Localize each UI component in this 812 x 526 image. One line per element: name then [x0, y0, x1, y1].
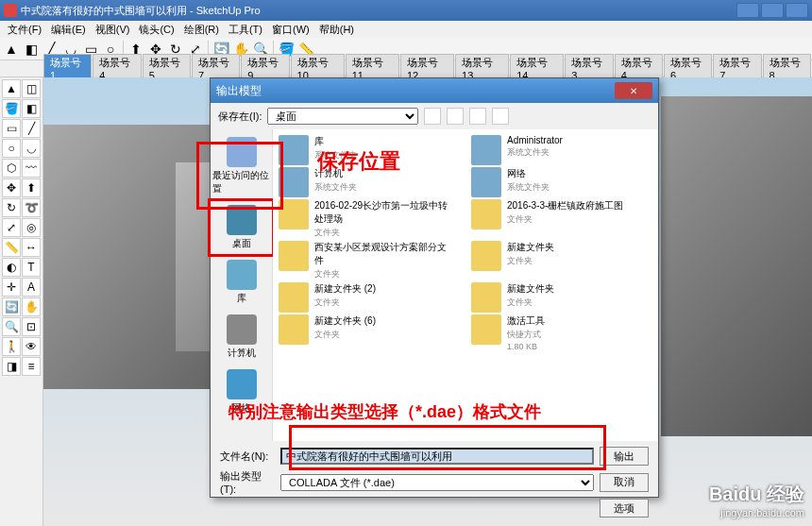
axes-icon[interactable]: ✛	[2, 278, 21, 297]
dialog-bottom: 文件名(N): 输出 输出类型(T): COLLADA 文件 (*.dae) 取…	[211, 441, 658, 526]
options-button[interactable]: 选项	[600, 499, 649, 518]
filename-label: 文件名(N):	[220, 450, 275, 464]
view-icon[interactable]	[492, 108, 509, 125]
place-network[interactable]: 网络	[211, 365, 272, 418]
polygon-icon[interactable]: ⬡	[2, 159, 21, 178]
component-icon[interactable]: ◫	[22, 79, 41, 98]
folder-icon	[279, 199, 309, 229]
maximize-button[interactable]	[761, 3, 784, 18]
arc-icon[interactable]: ◡	[22, 139, 41, 158]
app-title: 中式院落有很好的中式围墙可以利用 - SketchUp Pro	[21, 4, 261, 18]
back-icon[interactable]	[424, 108, 441, 125]
eraser-icon[interactable]: ◧	[22, 99, 41, 118]
side-toolbar: ▲◫ 🪣◧ ▭╱ ○◡ ⬡〰 ✥⬆ ↻➰ ⤢◎ 📏↔ ◐T ✛A 🔄✋ 🔍⊡ 🚶…	[0, 77, 43, 526]
menu-draw[interactable]: 绘图(R)	[180, 22, 223, 38]
minimize-button[interactable]	[736, 3, 759, 18]
menu-tools[interactable]: 工具(T)	[225, 22, 266, 38]
folder-icon	[279, 241, 309, 271]
folder-icon	[471, 135, 501, 165]
dialog-titlebar: 输出模型 ✕	[211, 78, 658, 103]
file-item[interactable]: 新建文件夹文件夹	[471, 282, 641, 313]
text-icon[interactable]: T	[22, 258, 41, 277]
filetype-dropdown[interactable]: COLLADA 文件 (*.dae)	[280, 474, 594, 491]
file-item[interactable]: 库系统文件夹	[279, 135, 448, 165]
eraser-icon[interactable]: ◧	[22, 40, 41, 59]
folder-icon	[279, 282, 309, 313]
file-item[interactable]: 2016-02-29长沙市第一垃圾中转处理场文件夹	[279, 199, 448, 239]
place-computer[interactable]: 计算机	[211, 311, 272, 364]
section-icon[interactable]: ◨	[2, 357, 21, 376]
place-libraries[interactable]: 库	[211, 256, 272, 309]
file-list[interactable]: 库系统文件夹 Administrator系统文件夹 计算机系统文件夹 网络系统文…	[273, 129, 658, 441]
line-icon[interactable]: ╱	[22, 119, 41, 138]
layer-icon[interactable]: ≡	[22, 357, 41, 376]
3dtext-icon[interactable]: A	[22, 278, 41, 297]
folder-icon	[279, 167, 309, 197]
move-icon[interactable]: ✥	[2, 178, 21, 197]
select-icon[interactable]: ▲	[2, 79, 21, 98]
menu-edit[interactable]: 编辑(E)	[47, 22, 90, 38]
push-icon[interactable]: ⬆	[22, 178, 41, 197]
file-item[interactable]: 网络系统文件夹	[471, 167, 641, 197]
protractor-icon[interactable]: ◐	[2, 258, 21, 277]
follow-icon[interactable]: ➰	[22, 198, 41, 217]
file-item[interactable]: 计算机系统文件夹	[279, 167, 448, 197]
menu-view[interactable]: 视图(V)	[92, 22, 134, 38]
rect-icon[interactable]: ▭	[2, 119, 21, 138]
menu-help[interactable]: 帮助(H)	[315, 22, 358, 38]
file-item[interactable]: 新建文件夹文件夹	[471, 241, 641, 280]
filename-input[interactable]	[280, 448, 594, 465]
folder-icon	[471, 241, 501, 271]
export-button[interactable]: 输出	[600, 447, 649, 466]
rotate-icon[interactable]: ↻	[2, 198, 21, 217]
menu-window[interactable]: 窗口(W)	[268, 22, 313, 38]
file-item[interactable]: 新建文件夹 (6)文件夹	[279, 314, 448, 351]
pan-icon[interactable]: ✋	[22, 297, 41, 316]
place-recent[interactable]: 最近访问的位置	[211, 133, 272, 199]
look-icon[interactable]: 👁	[22, 337, 41, 356]
circle-icon[interactable]: ○	[2, 139, 21, 158]
file-item[interactable]: Administrator系统文件夹	[471, 135, 641, 165]
close-button[interactable]	[786, 3, 808, 18]
up-icon[interactable]	[447, 108, 464, 125]
folder-icon	[279, 314, 309, 345]
dialog-toolbar: 保存在(I): 桌面	[211, 103, 658, 129]
tape-icon[interactable]: 📏	[2, 238, 21, 257]
folder-icon	[471, 282, 501, 313]
file-item[interactable]: 2016-3-3-栅栏镇政府施工图文件夹	[471, 199, 641, 239]
export-dialog: 输出模型 ✕ 保存在(I): 桌面 最近访问的位置 桌面 库 计算机 网络 库系…	[210, 77, 659, 498]
dialog-title: 输出模型	[216, 83, 262, 99]
offset-icon[interactable]: ◎	[22, 218, 41, 237]
cancel-button[interactable]: 取消	[600, 473, 649, 492]
close-icon[interactable]: ✕	[615, 82, 652, 99]
filetype-label: 输出类型(T):	[220, 469, 275, 495]
save-in-dropdown[interactable]: 桌面	[267, 108, 418, 125]
folder-icon	[471, 199, 501, 229]
orbit-icon[interactable]: 🔄	[2, 297, 21, 316]
scene-tabs: 场景号1 场景号4 场景号5 场景号7 场景号9 场景号10 场景号11 场景号…	[0, 60, 812, 77]
paint-icon[interactable]: 🪣	[2, 99, 21, 118]
walk-icon[interactable]: 🚶	[2, 337, 21, 356]
pointer-icon[interactable]: ▲	[2, 40, 21, 59]
newfolder-icon[interactable]	[469, 108, 486, 125]
menu-camera[interactable]: 镜头(C)	[135, 22, 178, 38]
zoomext-icon[interactable]: ⊡	[22, 317, 41, 336]
menubar: 文件(F) 编辑(E) 视图(V) 镜头(C) 绘图(R) 工具(T) 窗口(W…	[0, 21, 812, 38]
file-item[interactable]: 西安某小区景观设计方案部分文件文件夹	[279, 241, 448, 280]
file-item[interactable]: 激活工具快捷方式1.80 KB	[471, 314, 641, 351]
folder-icon	[471, 167, 501, 197]
freehand-icon[interactable]: 〰	[22, 159, 41, 178]
zoom-icon[interactable]: 🔍	[2, 317, 21, 336]
save-in-label: 保存在(I):	[218, 110, 262, 124]
places-bar: 最近访问的位置 桌面 库 计算机 网络	[211, 129, 273, 441]
app-titlebar: 中式院落有很好的中式围墙可以利用 - SketchUp Pro	[0, 0, 812, 21]
scale-icon[interactable]: ⤢	[2, 218, 21, 237]
dim-icon[interactable]: ↔	[22, 238, 41, 257]
app-icon	[4, 4, 17, 17]
shortcut-icon	[471, 314, 501, 345]
watermark: Baidu 经验 jingyan.baidu.com	[709, 482, 804, 518]
place-desktop[interactable]: 桌面	[211, 201, 272, 254]
menu-file[interactable]: 文件(F)	[4, 22, 45, 38]
folder-icon	[279, 135, 309, 165]
file-item[interactable]: 新建文件夹 (2)文件夹	[279, 282, 448, 313]
